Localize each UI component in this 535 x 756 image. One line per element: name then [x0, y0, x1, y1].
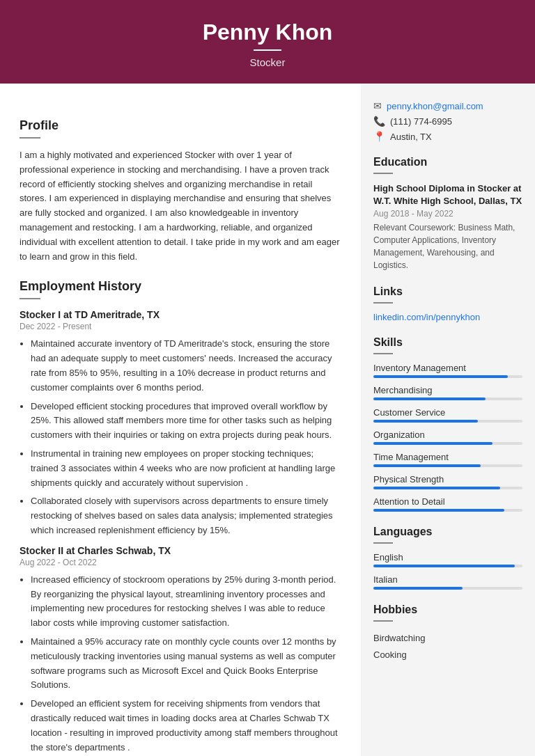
job-0-title: Stocker I at TD Ameritrade, TX: [20, 309, 341, 320]
phone-icon: 📞: [373, 116, 385, 127]
skill-bar-bg: [373, 420, 522, 423]
hobby-item: Cooking: [373, 647, 522, 663]
skill-row: Inventory Management: [373, 363, 522, 378]
main-layout: Profile I am a highly motivated and expe…: [0, 84, 535, 756]
education-section: Education High School Diploma in Stocker…: [373, 156, 522, 271]
employment-title: Employment History: [20, 279, 341, 294]
skill-name: Merchandising: [373, 385, 522, 395]
list-item: Developed efficient stocking procedures …: [31, 400, 341, 443]
links-title: Links: [373, 285, 522, 298]
skill-row: Merchandising: [373, 385, 522, 400]
skill-bar-bg: [373, 464, 522, 467]
candidate-name: Penny Khon: [14, 19, 521, 45]
list-item: Increased efficiency of stockroom operat…: [31, 573, 341, 631]
skill-name: Inventory Management: [373, 363, 522, 373]
skill-row: Physical Strength: [373, 474, 522, 489]
skill-bar-bg: [373, 397, 522, 400]
employment-section: Employment History Stocker I at TD Ameri…: [20, 279, 341, 756]
languages-list: English Italian: [373, 552, 522, 590]
skill-name: Customer Service: [373, 407, 522, 418]
skills-divider: [373, 353, 393, 354]
contact-phone: 📞 (111) 774-6995: [373, 116, 522, 127]
language-row: Italian: [373, 574, 522, 590]
profile-text: I am a highly motivated and experienced …: [20, 148, 341, 264]
skill-bar-fill: [373, 375, 508, 378]
linkedin-link[interactable]: linkedin.com/in/pennykhon: [373, 312, 480, 322]
hobby-item: Birdwatching: [373, 630, 522, 646]
contact-section: ✉ penny.khon@gmail.com 📞 (111) 774-6995 …: [373, 100, 522, 142]
list-item: Instrumental in training new employees o…: [31, 447, 341, 490]
skills-section: Skills Inventory Management Merchandisin…: [373, 336, 522, 512]
list-item: Maintained a 95% accuracy rate on monthl…: [31, 635, 341, 693]
skill-bar-bg: [373, 509, 522, 512]
skill-name: Physical Strength: [373, 474, 522, 485]
profile-divider: [20, 137, 40, 139]
education-divider: [373, 173, 393, 174]
language-name: English: [373, 552, 522, 562]
location-icon: 📍: [373, 131, 385, 142]
email-icon: ✉: [373, 100, 382, 111]
skill-bar-fill: [373, 464, 481, 467]
skill-bar-fill: [373, 442, 493, 445]
location-text: Austin, TX: [390, 132, 432, 142]
skill-name: Time Management: [373, 452, 522, 462]
edu-courses: Relevant Coursework: Business Math, Comp…: [373, 221, 522, 271]
education-title: Education: [373, 156, 522, 168]
list-item: Collaborated closely with supervisors ac…: [31, 494, 341, 537]
hobbies-section: Hobbies BirdwatchingCooking: [373, 604, 522, 663]
skill-bar-fill: [373, 509, 504, 512]
skill-bar-bg: [373, 487, 522, 489]
candidate-title: Stocker: [14, 56, 521, 68]
contact-email: ✉ penny.khon@gmail.com: [373, 100, 522, 111]
skill-row: Customer Service: [373, 407, 522, 423]
profile-section: Profile I am a highly motivated and expe…: [20, 118, 341, 264]
employment-divider: [20, 298, 40, 299]
links-divider: [373, 302, 393, 304]
language-name: Italian: [373, 574, 522, 585]
hobbies-list: BirdwatchingCooking: [373, 630, 522, 663]
hobbies-title: Hobbies: [373, 604, 522, 616]
job-1: Stocker II at Charles Schwab, TX Aug 202…: [20, 545, 341, 756]
skill-row: Organization: [373, 430, 522, 445]
header: Penny Khon Stocker: [0, 0, 535, 84]
email-link[interactable]: penny.khon@gmail.com: [387, 101, 483, 111]
skill-bar-bg: [373, 442, 522, 445]
list-item: Maintained accurate inventory of TD Amer…: [31, 337, 341, 395]
job-0-bullets: Maintained accurate inventory of TD Amer…: [20, 337, 341, 537]
language-bar-fill: [373, 587, 463, 590]
job-1-bullets: Increased efficiency of stockroom operat…: [20, 573, 341, 756]
profile-title: Profile: [20, 118, 341, 133]
edu-school: High School Diploma in Stocker at W.T. W…: [373, 182, 522, 207]
skill-name: Attention to Detail: [373, 496, 522, 507]
left-column: Profile I am a highly motivated and expe…: [0, 84, 361, 756]
skills-list: Inventory Management Merchandising Custo…: [373, 363, 522, 512]
job-0-dates: Dec 2022 - Present: [20, 322, 341, 331]
language-bar-bg: [373, 587, 522, 590]
language-bar-bg: [373, 565, 522, 567]
language-bar-fill: [373, 565, 515, 567]
job-1-title: Stocker II at Charles Schwab, TX: [20, 545, 341, 556]
skill-bar-bg: [373, 375, 522, 378]
edu-dates: Aug 2018 - May 2022: [373, 209, 522, 219]
language-row: English: [373, 552, 522, 567]
languages-title: Languages: [373, 526, 522, 538]
skill-row: Time Management: [373, 452, 522, 467]
skills-title: Skills: [373, 336, 522, 349]
list-item: Developed an efficient system for receiv…: [31, 697, 341, 755]
job-0: Stocker I at TD Ameritrade, TX Dec 2022 …: [20, 309, 341, 537]
skill-row: Attention to Detail: [373, 496, 522, 512]
header-divider: [254, 49, 281, 51]
right-column: ✉ penny.khon@gmail.com 📞 (111) 774-6995 …: [361, 84, 535, 756]
job-1-dates: Aug 2022 - Oct 2022: [20, 558, 341, 567]
skill-bar-fill: [373, 397, 486, 400]
skill-bar-fill: [373, 420, 478, 423]
languages-divider: [373, 542, 393, 544]
hobbies-divider: [373, 620, 393, 622]
contact-location: 📍 Austin, TX: [373, 131, 522, 142]
links-section: Links linkedin.com/in/pennykhon: [373, 285, 522, 322]
languages-section: Languages English Italian: [373, 526, 522, 590]
skill-bar-fill: [373, 487, 500, 489]
phone-text: (111) 774-6995: [390, 116, 452, 127]
skill-name: Organization: [373, 430, 522, 440]
